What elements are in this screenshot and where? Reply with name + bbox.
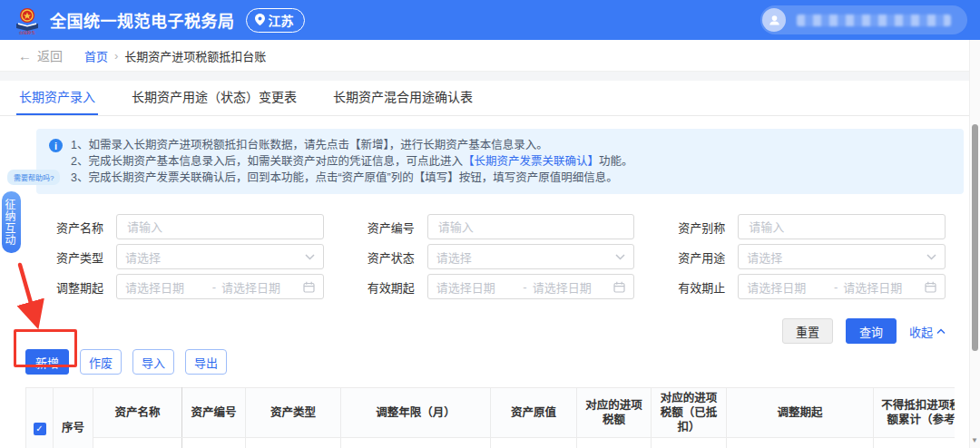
invoice-association-link[interactable]: 【长期资产发票关联确认】 [463, 155, 599, 168]
col-num-7: 7 [577, 438, 652, 448]
date-range-dash: - [212, 280, 216, 294]
breadcrumb: ← 返回 首页 › 长期资产进项税额抵扣台账 [0, 40, 980, 72]
notice-line-2-text: 2、完成长期资产基本信息录入后，如需关联资产对应的凭证信息，可点此进入 [71, 155, 463, 168]
asset-status-placeholder: 请选择 [436, 248, 472, 266]
chevron-down-icon [305, 254, 315, 260]
reset-button[interactable]: 重置 [782, 318, 833, 344]
col-num-3: 3 [182, 438, 246, 448]
asset-no-field: 资产编号 [368, 214, 635, 239]
col-num-1: 1 [93, 438, 182, 448]
asset-no-label: 资产编号 [368, 219, 418, 236]
vertical-scrollbar[interactable]: ▼ [969, 40, 980, 448]
asset-status-field: 资产状态 请选择 [368, 244, 635, 269]
tab-mixed-use-confirm[interactable]: 长期资产混合用途确认表 [330, 81, 475, 115]
col-asset-no: 资产编号 [182, 388, 246, 438]
col-adjust-start: 调整期起 [727, 388, 874, 438]
col-original-value: 资产原值 [491, 388, 577, 438]
chevron-down-icon [926, 254, 936, 260]
redacted-user-info [797, 15, 951, 26]
valid-from-end-placeholder: 请选择日期 [533, 278, 614, 296]
import-button[interactable]: 导入 [132, 349, 174, 375]
asset-usage-label: 资产用途 [678, 248, 729, 266]
table-actions: 新增 作废 导入 导出 [0, 344, 980, 375]
col-num-8: 8 [652, 438, 727, 448]
help-tooltip[interactable]: 需要帮助吗? [7, 170, 60, 185]
asset-no-input[interactable] [436, 219, 626, 235]
col-adjust-years: 调整年限（月） [341, 388, 491, 438]
valid-to-label: 有效期止 [678, 278, 729, 296]
select-all-checkbox[interactable]: ✓ [34, 423, 46, 435]
app-title: 全国统一规范电子税务局 [50, 8, 235, 32]
breadcrumb-separator: › [114, 49, 118, 63]
valid-to-daterange[interactable]: 请选择日期 - 请选择日期 [738, 274, 946, 299]
svg-text:中国税务: 中国税务 [19, 30, 35, 35]
notice-line-3: 3、完成长期资产发票关联确认后，回到本功能，点击“资产原值”列的【填写】按钮，填… [71, 170, 633, 186]
asset-name-field: 资产名称 [56, 214, 324, 239]
assets-table-wrap: ✓ 序号 资产名称 资产编号 资产类型 调整年限（月） 资产原值 对应的进项税额… [25, 387, 955, 448]
asset-status-label: 资产状态 [368, 248, 418, 266]
select-all-cell: ✓ [26, 388, 54, 448]
notice-line-2-tail: 功能。 [599, 155, 633, 168]
col-nondeductible-total: 不得抵扣进项税额累计（参考 [874, 388, 956, 438]
asset-usage-select[interactable]: 请选择 [738, 244, 946, 269]
scrollbar-thumb[interactable] [972, 124, 978, 351]
adjust-period-start-placeholder: 请选择日期 [125, 278, 207, 296]
asset-type-placeholder: 请选择 [125, 248, 161, 266]
asset-name-label: 资产名称 [56, 219, 107, 236]
add-button[interactable]: 新增 [25, 349, 69, 375]
export-button[interactable]: 导出 [185, 349, 227, 375]
adjust-period-daterange[interactable]: 请选择日期 - 请选择日期 [116, 274, 324, 299]
adjust-period-end-placeholder: 请选择日期 [221, 278, 303, 296]
asset-type-label: 资产类型 [56, 248, 107, 266]
tab-asset-entry[interactable]: 长期资产录入 [16, 81, 98, 115]
region-label: 江苏 [269, 11, 294, 29]
chevron-up-icon [936, 328, 946, 335]
col-num-4: 4 [246, 438, 341, 448]
user-pill[interactable] [760, 5, 967, 34]
valid-from-label: 有效期起 [368, 278, 418, 296]
collapse-link[interactable]: 收起 [909, 323, 946, 340]
back-button[interactable]: ← 返回 [18, 46, 63, 64]
asset-status-select[interactable]: 请选择 [427, 244, 635, 269]
user-avatar-icon [762, 8, 786, 32]
scroll-down-arrow-icon[interactable]: ▼ [971, 436, 978, 444]
info-icon: i [49, 139, 63, 152]
valid-to-start-placeholder: 请选择日期 [747, 278, 828, 296]
adjust-period-field: 调整期起 请选择日期 - 请选择日期 [56, 274, 324, 299]
valid-from-start-placeholder: 请选择日期 [436, 278, 518, 296]
col-asset-type: 资产类型 [246, 388, 341, 438]
asset-alias-label: 资产别称 [678, 219, 729, 236]
search-button[interactable]: 查询 [846, 318, 897, 344]
back-label: 返回 [37, 46, 63, 64]
valid-from-field: 有效期起 请选择日期 - 请选择日期 [368, 274, 635, 299]
asset-alias-input[interactable] [747, 219, 936, 235]
page: 中国税务 全国统一规范电子税务局 江苏 ← 返回 首页 › 长期资产进项税 [0, 0, 980, 448]
section-divider [0, 72, 980, 81]
asset-type-field: 资产类型 请选择 [56, 244, 324, 269]
asset-usage-field: 资产用途 请选择 [678, 244, 946, 269]
asset-name-input[interactable] [125, 219, 315, 235]
calendar-icon [925, 281, 936, 293]
notice-panel: i 1、如需录入长期资产进项税额抵扣台账数据，请先点击【新增】，进行长期资产基本… [36, 129, 964, 194]
tab-bar: 长期资产录入 长期资产用途（状态）变更表 长期资产混合用途确认表 [0, 81, 980, 116]
notice-line-1: 1、如需录入长期资产进项税额抵扣台账数据，请先点击【新增】，进行长期资产基本信息… [71, 137, 633, 153]
adjust-period-label: 调整期起 [56, 278, 107, 296]
filter-actions: 重置 查询 收起 [0, 304, 980, 344]
asset-usage-placeholder: 请选择 [747, 248, 782, 266]
chevron-down-icon [615, 254, 625, 260]
date-range-dash: - [523, 280, 526, 294]
app-header: 中国税务 全国统一规范电子税务局 江苏 [0, 0, 980, 40]
interaction-side-tab[interactable]: 征纳互动 [2, 191, 21, 253]
valid-from-daterange[interactable]: 请选择日期 - 请选择日期 [427, 274, 635, 299]
void-button[interactable]: 作废 [80, 349, 122, 375]
asset-type-select[interactable]: 请选择 [116, 244, 324, 269]
valid-to-field: 有效期止 请选择日期 - 请选择日期 [678, 274, 946, 299]
valid-to-end-placeholder: 请选择日期 [843, 278, 925, 296]
col-num-9: 9 [727, 438, 874, 448]
region-badge[interactable]: 江苏 [246, 8, 305, 33]
col-input-tax-deducted: 对应的进项税额（已抵扣） [652, 388, 727, 438]
tab-usage-change[interactable]: 长期资产用途（状态）变更表 [129, 81, 299, 115]
date-range-dash: - [834, 280, 838, 294]
breadcrumb-home-link[interactable]: 首页 [84, 47, 108, 64]
col-input-tax: 对应的进项税额 [577, 388, 652, 438]
